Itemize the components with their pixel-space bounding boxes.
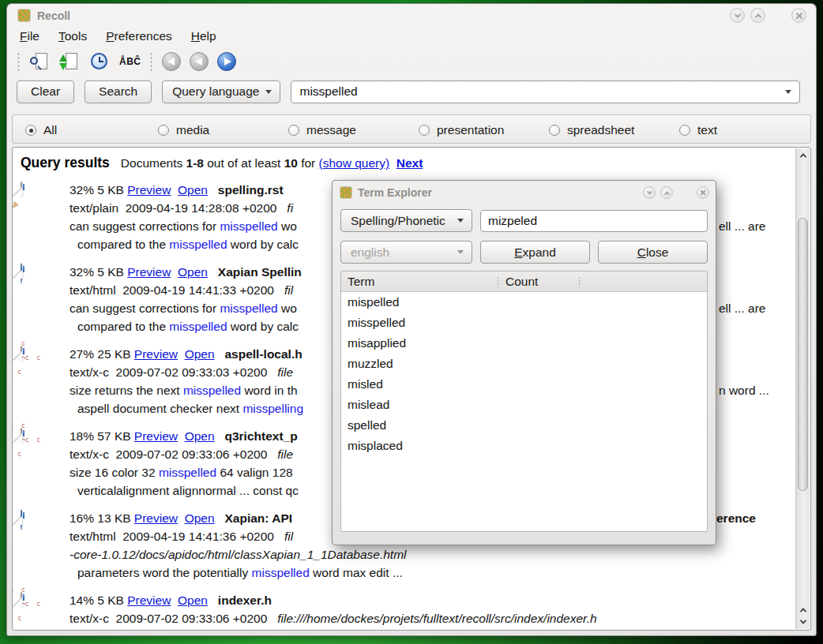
chevron-down-icon (457, 250, 464, 254)
term-cell[interactable]: misapplied (341, 336, 499, 350)
history-clock-icon[interactable] (89, 51, 111, 73)
clear-button[interactable]: Clear (17, 80, 74, 103)
term-cell[interactable]: muzzled (341, 357, 499, 371)
filter-radio-message[interactable]: message (288, 123, 356, 137)
preview-link[interactable]: Preview (134, 511, 178, 525)
dialog-titlebar[interactable]: Term Explorer (333, 181, 716, 203)
text-part: text/x-c 2009-07-02 09:33:06 +0200 (70, 447, 277, 461)
term-row[interactable]: misplaced (341, 436, 707, 456)
menu-tools[interactable]: Tools (58, 29, 87, 43)
preview-link[interactable]: Preview (127, 593, 171, 607)
recoll-logo-icon (18, 9, 30, 21)
show-query-link[interactable]: (show query) (319, 156, 390, 170)
term-row[interactable]: muzzled (341, 354, 707, 374)
open-link[interactable]: Open (178, 593, 208, 607)
previous-page-button-disabled[interactable] (190, 52, 209, 71)
minimize-button[interactable] (730, 8, 745, 23)
term-cell[interactable]: misplaced (341, 439, 499, 453)
term-cell[interactable]: mislead (341, 398, 499, 412)
term-row[interactable]: spelled (341, 415, 707, 436)
scroll-down-button[interactable] (797, 616, 809, 627)
filter-radio-media[interactable]: media (158, 123, 209, 137)
dialog-mode-row: Spelling/Phonetic (340, 209, 708, 232)
preview-link[interactable]: Preview (127, 183, 171, 197)
close-label: Close (637, 245, 669, 260)
search-query-input[interactable] (299, 84, 785, 99)
toolbar-handle[interactable] (17, 52, 21, 71)
chevron-down-icon (799, 617, 806, 623)
titlebar[interactable]: Recoll (7, 4, 816, 24)
arrow-left-icon (195, 58, 202, 66)
term-input-box[interactable] (480, 210, 708, 232)
term-input[interactable] (488, 214, 700, 228)
filter-radio-text[interactable]: text (679, 123, 717, 137)
chevron-down-icon (785, 90, 791, 94)
query-language-dropdown[interactable]: Query language (162, 80, 280, 103)
document-search-icon[interactable] (29, 51, 51, 73)
open-link[interactable]: Open (178, 265, 208, 279)
open-link[interactable]: Open (185, 511, 215, 525)
preview-link[interactable]: Preview (134, 347, 178, 361)
filter-radio-presentation[interactable]: presentation (419, 123, 504, 137)
menu-file[interactable]: File (20, 29, 39, 43)
expand-button[interactable]: Expand (480, 241, 590, 264)
filter-radio-spreadsheet[interactable]: spreadsheet (549, 123, 634, 137)
column-resize-handle[interactable] (497, 276, 499, 287)
dialog-minimize-button[interactable] (643, 186, 656, 199)
filter-label: spreadsheet (567, 123, 634, 137)
term-row[interactable]: misled (341, 374, 707, 395)
scroll-up-button-bottom[interactable] (797, 605, 809, 616)
chevron-down-icon (646, 189, 652, 194)
preview-link[interactable]: Preview (127, 265, 171, 279)
column-resize-handle[interactable] (578, 276, 581, 287)
next-page-button[interactable] (217, 52, 236, 71)
filetype-src-icon: SRC (21, 345, 70, 427)
filter-radio-all[interactable]: All (25, 123, 57, 137)
open-link[interactable]: Open (185, 347, 215, 361)
scrollbar-thumb[interactable] (798, 218, 808, 491)
results-scrollbar[interactable] (795, 148, 810, 629)
column-header-term[interactable]: Term (341, 275, 499, 289)
search-query-combobox[interactable] (291, 80, 800, 103)
menu-help[interactable]: Help (191, 29, 216, 43)
filter-label: message (306, 123, 356, 137)
update-index-icon[interactable] (59, 51, 81, 73)
term-cell[interactable]: misspelled (341, 316, 499, 330)
radio-icon (158, 125, 169, 136)
language-dropdown-disabled[interactable]: english (340, 241, 472, 264)
open-link[interactable]: Open (178, 183, 208, 197)
term-row[interactable]: mispelled (341, 292, 707, 313)
language-label: english (351, 245, 389, 260)
text-part (171, 183, 178, 197)
term-table-header: Term Count (341, 271, 707, 292)
term-cell[interactable]: spelled (341, 418, 499, 432)
open-link[interactable]: Open (185, 429, 215, 443)
text-part: can suggest corrections for (70, 301, 220, 315)
scroll-up-button[interactable] (797, 150, 809, 161)
filter-label: All (43, 123, 57, 137)
expansion-mode-dropdown[interactable]: Spelling/Phonetic (340, 209, 472, 232)
term-cell[interactable]: misled (341, 377, 499, 391)
close-button[interactable] (791, 8, 806, 23)
dialog-maximize-button[interactable] (660, 186, 673, 199)
term-row[interactable]: mislead (341, 395, 707, 415)
term-cell[interactable]: mispelled (341, 295, 499, 309)
text-part (178, 511, 185, 525)
radio-icon (549, 125, 560, 136)
search-button[interactable]: Search (85, 80, 152, 103)
text-part: fi (287, 201, 293, 215)
term-row[interactable]: misapplied (341, 333, 707, 354)
result-snippet-line: parameters word the potentially misspell… (70, 564, 810, 582)
search-row: Clear Search Query language (7, 80, 816, 103)
back-button-disabled[interactable] (162, 52, 181, 71)
term-row[interactable]: misspelled (341, 313, 707, 333)
arrow-right-icon (224, 58, 231, 66)
next-link[interactable]: Next (396, 156, 423, 170)
column-header-count[interactable]: Count (499, 275, 707, 289)
close-dialog-button[interactable]: Close (598, 241, 708, 264)
dialog-close-button[interactable] (697, 186, 709, 199)
maximize-button[interactable] (750, 8, 765, 23)
preview-link[interactable]: Preview (134, 429, 178, 443)
menu-preferences[interactable]: Preferences (106, 29, 172, 43)
term-explorer-abc-icon[interactable]: ÅBĈ (119, 51, 141, 73)
